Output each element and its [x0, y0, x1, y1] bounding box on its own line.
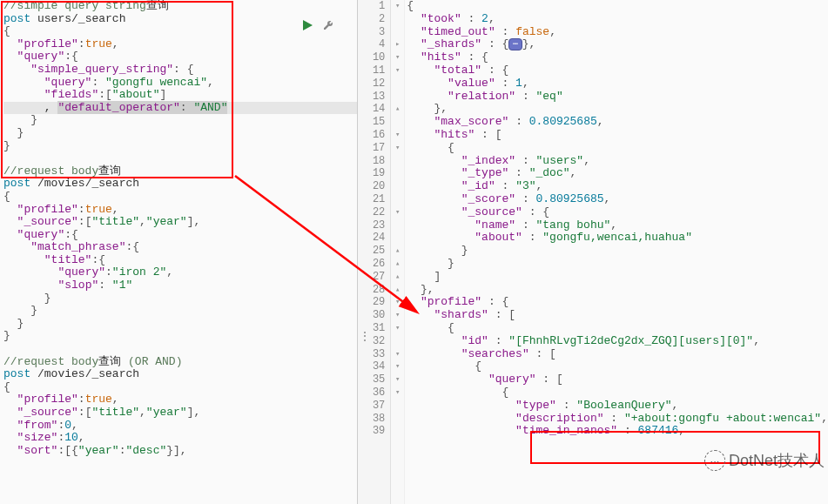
fold-toggle[interactable]: ▾	[391, 51, 404, 64]
code-line[interactable]: "profile":true,	[3, 204, 357, 217]
fold-toggle[interactable]: ▴	[391, 245, 404, 258]
code-line[interactable]: ]	[407, 271, 828, 284]
code-line[interactable]: post /movies/_search	[3, 368, 357, 381]
code-line[interactable]: "about" : "gongfu,wencai,huahua"	[407, 232, 828, 245]
code-line[interactable]: {	[407, 360, 828, 373]
fold-toggle	[391, 116, 404, 129]
code-line[interactable]: "_shards" : {⋯},	[407, 38, 828, 51]
fold-toggle	[391, 413, 404, 426]
response-viewer[interactable]: 1234101112131415161718192021222324252627…	[358, 0, 828, 504]
code-line[interactable]	[3, 343, 357, 356]
fold-toggle[interactable]: ▾	[391, 373, 404, 386]
panel-resize-handle[interactable]: ⋮	[359, 329, 371, 344]
fold-toggle	[391, 232, 404, 245]
wrench-icon[interactable]	[322, 19, 334, 35]
code-line[interactable]: }	[3, 330, 357, 343]
code-line[interactable]: }	[3, 127, 357, 140]
code-line[interactable]: {	[407, 322, 828, 335]
code-line[interactable]: "from":0,	[3, 420, 357, 433]
code-line[interactable]: //simple query string查询	[3, 0, 357, 13]
code-line[interactable]	[3, 152, 357, 165]
code-line[interactable]: "_id" : "3",	[407, 180, 828, 193]
code-line[interactable]: "fields":["about"]	[3, 89, 357, 102]
fold-toggle[interactable]: ▾	[391, 348, 404, 361]
fold-toggle[interactable]: ▴	[391, 271, 404, 284]
play-icon[interactable]	[301, 19, 313, 35]
fold-toggle[interactable]: ▸	[391, 38, 404, 51]
code-line[interactable]: //request body查询 (OR AND)	[3, 356, 357, 369]
fold-column[interactable]: ▾▸▾▾▴▾▾▾▴▴▴▴▾▾▾▾▾▾▾	[391, 0, 405, 504]
fold-toggle[interactable]: ▾	[391, 322, 404, 335]
fold-toggle[interactable]: ▾	[391, 296, 404, 309]
code-line[interactable]: "profile":true,	[3, 38, 357, 51]
code-line[interactable]: {	[3, 381, 357, 394]
code-line[interactable]: "took" : 2,	[407, 13, 828, 26]
code-line[interactable]: "relation" : "eq"	[407, 91, 828, 104]
code-line[interactable]: "_source" : {	[407, 206, 828, 219]
code-line[interactable]: "title":{	[3, 254, 357, 267]
code-line[interactable]: "description" : "+about:gongfu +about:we…	[407, 413, 828, 426]
code-line[interactable]: }	[3, 114, 357, 127]
code-line[interactable]: }	[3, 140, 357, 153]
request-editor[interactable]: //simple query string查询post users/_searc…	[0, 0, 358, 504]
code-line[interactable]: }	[3, 292, 357, 306]
code-line[interactable]: "profile":true,	[3, 393, 357, 407]
fold-toggle[interactable]: ▾	[391, 64, 404, 77]
code-line[interactable]: "query":"iron 2",	[3, 266, 357, 279]
code-line[interactable]: "hits" : [	[407, 129, 828, 142]
code-line[interactable]: "query":{	[3, 229, 357, 242]
code-line[interactable]: "_source":["title","year"],	[3, 407, 357, 420]
code-line[interactable]: //request body查询	[3, 165, 357, 178]
code-line[interactable]: "value" : 1,	[407, 77, 828, 91]
code-line[interactable]: "simple_query_string": {	[3, 64, 357, 77]
line-number: 37	[358, 400, 385, 413]
code-line[interactable]: "hits" : {	[407, 51, 828, 64]
code-line[interactable]: }	[3, 305, 357, 318]
code-line[interactable]: "total" : {	[407, 64, 828, 77]
code-line[interactable]: },	[407, 103, 828, 116]
fold-toggle[interactable]: ▴	[391, 103, 404, 116]
fold-toggle[interactable]: ▾	[391, 142, 404, 155]
code-line[interactable]: "query": "gongfu wencai",	[3, 77, 357, 90]
code-line[interactable]: {	[3, 191, 357, 204]
code-line[interactable]: "sort":[{"year":"desc"}],	[3, 445, 357, 458]
code-line[interactable]: }	[407, 245, 828, 258]
fold-toggle[interactable]: ▾	[391, 129, 404, 142]
code-line[interactable]: post /movies/_search	[3, 178, 357, 191]
fold-toggle[interactable]: ▾	[391, 386, 404, 400]
fold-toggle[interactable]: ▾	[391, 360, 404, 373]
line-number: 4	[358, 38, 385, 51]
code-line[interactable]: "_index" : "users",	[407, 155, 828, 168]
code-line[interactable]: "_type" : "_doc",	[407, 167, 828, 180]
code-line[interactable]: "shards" : [	[407, 309, 828, 322]
code-line[interactable]: "max_score" : 0.80925685,	[407, 116, 828, 129]
code-line[interactable]: "_score" : 0.80925685,	[407, 193, 828, 206]
code-line[interactable]: "query":{	[3, 50, 357, 64]
fold-toggle[interactable]: ▾	[391, 0, 404, 13]
code-line[interactable]: "id" : "[FhnhRLvgTi2deCg2dx_ZGQ][users][…	[407, 335, 828, 348]
code-line[interactable]: },	[407, 284, 828, 297]
code-line[interactable]: "type" : "BooleanQuery",	[407, 400, 828, 413]
fold-toggle	[391, 219, 404, 232]
code-line[interactable]: "profile" : {	[407, 296, 828, 309]
code-line[interactable]: "timed_out" : false,	[407, 26, 828, 39]
code-line[interactable]: "match_phrase":{	[3, 241, 357, 254]
code-line[interactable]: "query" : [	[407, 373, 828, 386]
code-line[interactable]: "slop": "1"	[3, 279, 357, 292]
fold-toggle	[391, 193, 404, 206]
fold-toggle[interactable]: ▾	[391, 206, 404, 219]
code-line[interactable]: }	[407, 258, 828, 271]
code-line[interactable]: "searches" : [	[407, 348, 828, 361]
fold-toggle[interactable]: ▾	[391, 309, 404, 322]
code-line[interactable]: {	[407, 0, 828, 13]
code-line[interactable]: "size":10,	[3, 432, 357, 445]
code-line[interactable]: "time_in_nanos" : 687416,	[407, 425, 828, 438]
code-line[interactable]: , "default_operator": "AND"	[3, 102, 357, 115]
fold-toggle[interactable]: ▴	[391, 258, 404, 271]
code-line[interactable]: "_source":["title","year"],	[3, 216, 357, 229]
fold-toggle[interactable]: ▴	[391, 284, 404, 297]
code-line[interactable]: "name" : "tang bohu",	[407, 219, 828, 232]
code-line[interactable]: {	[407, 386, 828, 400]
code-line[interactable]: }	[3, 318, 357, 331]
code-line[interactable]: {	[407, 142, 828, 155]
